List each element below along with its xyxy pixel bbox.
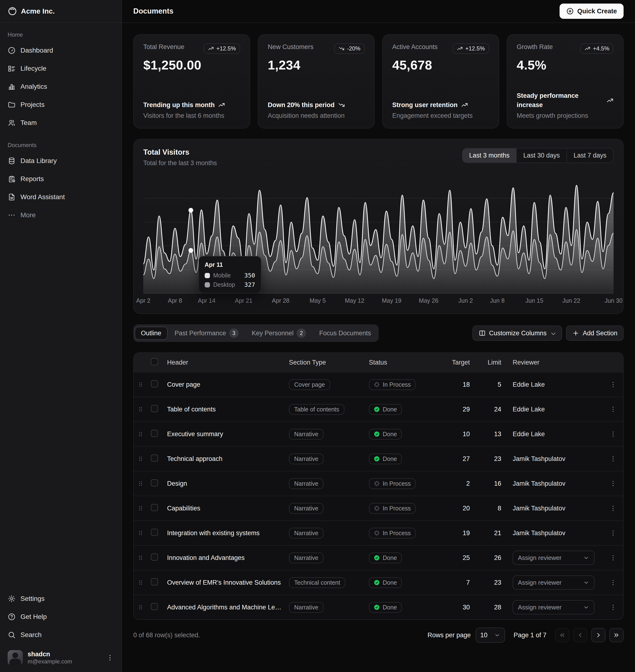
- row-header-title[interactable]: Advanced Algorithms and Machine Learning: [164, 604, 286, 611]
- row-actions-button[interactable]: [603, 530, 623, 537]
- drag-handle[interactable]: [134, 455, 148, 462]
- add-section-label: Add Section: [583, 330, 617, 337]
- row-header-title[interactable]: Technical approach: [164, 455, 286, 463]
- select-all-checkbox[interactable]: [151, 358, 158, 365]
- stat-value: 45,678: [392, 58, 489, 72]
- limit-value[interactable]: 24: [478, 406, 510, 413]
- row-header-title[interactable]: Overview of EMR's Innovative Solutions: [164, 579, 286, 586]
- row-checkbox[interactable]: [151, 529, 158, 536]
- row-checkbox[interactable]: [151, 504, 158, 511]
- drag-handle[interactable]: [134, 381, 148, 388]
- range-last-30-days[interactable]: Last 30 days: [516, 149, 566, 162]
- row-actions-button[interactable]: [603, 406, 623, 413]
- target-value[interactable]: 7: [437, 579, 478, 586]
- row-checkbox[interactable]: [151, 554, 158, 561]
- customize-columns-button[interactable]: Customize Columns: [473, 326, 563, 341]
- tab-key-personnel[interactable]: Key Personnel 2: [246, 326, 312, 340]
- drag-handle[interactable]: [134, 431, 148, 438]
- sidebar-item-team[interactable]: Team: [4, 115, 117, 130]
- tab-past-performance[interactable]: Past Performance 3: [169, 326, 245, 340]
- table-row: Advanced Algorithms and Machine Learning…: [134, 595, 623, 620]
- limit-value[interactable]: 8: [478, 505, 510, 512]
- sidebar-item-projects[interactable]: Projects: [4, 97, 117, 112]
- row-actions-button[interactable]: [603, 430, 623, 438]
- row-checkbox[interactable]: [151, 430, 158, 437]
- sidebar-item-dashboard[interactable]: Dashboard: [4, 43, 117, 58]
- range-last-3-months[interactable]: Last 3 months: [462, 149, 516, 162]
- row-checkbox[interactable]: [151, 603, 158, 610]
- sidebar-item-data-library[interactable]: Data Library: [4, 153, 117, 169]
- row-actions-button[interactable]: [603, 604, 623, 611]
- assign-reviewer-select[interactable]: Assign reviewer: [513, 600, 594, 614]
- target-value[interactable]: 18: [437, 381, 478, 388]
- row-checkbox[interactable]: [151, 454, 158, 462]
- row-checkbox[interactable]: [151, 578, 158, 585]
- row-header-title[interactable]: Capabilities: [164, 505, 286, 512]
- row-actions-button[interactable]: [603, 480, 623, 487]
- drag-handle[interactable]: [134, 480, 148, 487]
- range-toggle-group: Last 3 months Last 30 days Last 7 days: [462, 148, 614, 163]
- rows-per-page-select[interactable]: 10: [476, 627, 505, 643]
- drag-handle[interactable]: [134, 555, 148, 561]
- drag-handle[interactable]: [134, 505, 148, 512]
- target-value[interactable]: 19: [437, 530, 478, 537]
- target-value[interactable]: 27: [437, 455, 478, 463]
- drag-handle[interactable]: [134, 406, 148, 412]
- assign-reviewer-select[interactable]: Assign reviewer: [513, 575, 594, 590]
- assign-reviewer-select[interactable]: Assign reviewer: [513, 551, 594, 565]
- drag-handle[interactable]: [134, 579, 148, 586]
- row-header-title[interactable]: Innovation and Advantages: [164, 554, 286, 562]
- x-tick-label: Apr 21: [235, 297, 253, 304]
- sidebar-item-get-help[interactable]: Get Help: [4, 609, 117, 624]
- row-checkbox[interactable]: [151, 405, 158, 412]
- quick-create-button[interactable]: Quick Create: [560, 4, 623, 19]
- target-value[interactable]: 29: [437, 406, 478, 413]
- sidebar-item-reports[interactable]: Reports: [4, 171, 117, 186]
- row-actions-button[interactable]: [603, 455, 623, 462]
- sidebar-item-settings[interactable]: Settings: [4, 591, 117, 606]
- brand[interactable]: Acme Inc.: [0, 0, 122, 23]
- row-header-title[interactable]: Design: [164, 480, 286, 487]
- target-value[interactable]: 20: [437, 505, 478, 512]
- limit-value[interactable]: 21: [478, 530, 510, 537]
- row-header-title[interactable]: Table of contents: [164, 406, 286, 413]
- user-menu[interactable]: shadcn m@example.com: [4, 647, 117, 668]
- target-value[interactable]: 10: [437, 430, 478, 438]
- sidebar-item-search[interactable]: Search: [4, 627, 117, 643]
- limit-value[interactable]: 13: [478, 430, 510, 438]
- row-actions-button[interactable]: [603, 381, 623, 388]
- row-actions-button[interactable]: [603, 554, 623, 561]
- chevrons-right-button[interactable]: [609, 628, 623, 642]
- trending-down-icon: [338, 45, 345, 52]
- limit-value[interactable]: 5: [478, 381, 510, 388]
- database-icon: [8, 157, 16, 165]
- drag-handle[interactable]: [134, 604, 148, 611]
- row-header-title[interactable]: Executive summary: [164, 430, 286, 438]
- row-actions-button[interactable]: [603, 579, 623, 586]
- row-header-title[interactable]: Integration with existing systems: [164, 530, 286, 537]
- range-last-7-days[interactable]: Last 7 days: [566, 149, 613, 162]
- row-actions-button[interactable]: [603, 505, 623, 512]
- add-section-button[interactable]: Add Section: [566, 326, 623, 341]
- limit-value[interactable]: 23: [478, 455, 510, 463]
- limit-value[interactable]: 23: [478, 579, 510, 586]
- drag-handle[interactable]: [134, 530, 148, 536]
- sidebar-item-more[interactable]: More: [4, 207, 117, 223]
- target-value[interactable]: 2: [437, 480, 478, 487]
- series-name: Mobile: [213, 272, 231, 279]
- sidebar-item-word-assistant[interactable]: Word Assistant: [4, 189, 117, 205]
- target-value[interactable]: 30: [437, 604, 478, 611]
- target-value[interactable]: 25: [437, 554, 478, 562]
- row-checkbox[interactable]: [151, 479, 158, 486]
- row-header-title[interactable]: Cover page: [164, 381, 286, 388]
- area-chart[interactable]: Apr 2Apr 8Apr 14Apr 21Apr 28May 5May 12M…: [143, 174, 614, 307]
- limit-value[interactable]: 16: [478, 480, 510, 487]
- tab-focus-documents[interactable]: Focus Documents: [313, 327, 377, 340]
- chevron-right-button[interactable]: [591, 628, 606, 642]
- sidebar-item-analytics[interactable]: Analytics: [4, 79, 117, 94]
- row-checkbox[interactable]: [151, 380, 158, 387]
- sidebar-item-lifecycle[interactable]: Lifecycle: [4, 61, 117, 76]
- limit-value[interactable]: 26: [478, 554, 510, 562]
- limit-value[interactable]: 28: [478, 604, 510, 611]
- tab-outline[interactable]: Outline: [135, 327, 168, 340]
